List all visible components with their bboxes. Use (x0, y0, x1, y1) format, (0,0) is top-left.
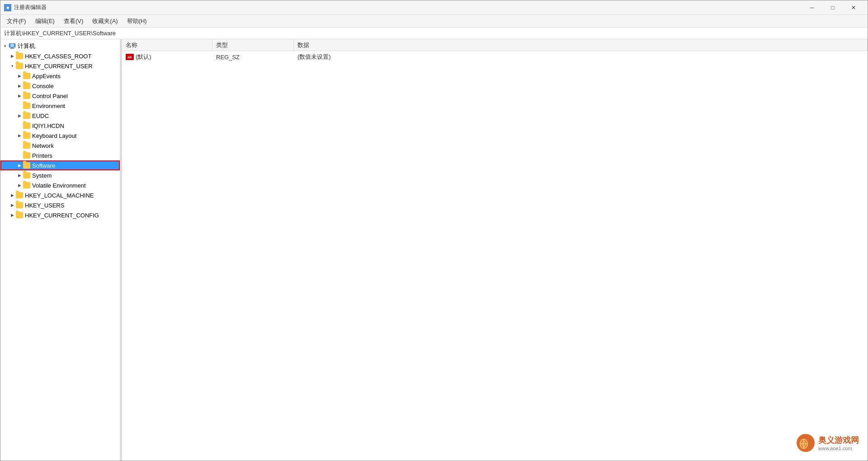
window-controls: ─ □ ✕ (802, 0, 864, 15)
computer-icon (9, 43, 16, 49)
address-bar: 计算机\HKEY_CURRENT_USER\Software (0, 28, 868, 39)
tree-item-hkey-current-user[interactable]: ▾ HKEY_CURRENT_USER (0, 61, 120, 71)
menu-favorites[interactable]: 收藏夹(A) (88, 15, 122, 27)
tree-label-computer: 计算机 (18, 42, 35, 50)
tree-label-console: Console (32, 83, 54, 89)
menu-help[interactable]: 帮助(H) (123, 15, 151, 27)
tree-panel[interactable]: ▾ 计算机 ▶ HKEY_CLASSES_ROOT (0, 39, 120, 461)
minimize-button[interactable]: ─ (802, 0, 822, 15)
tree-item-environment[interactable]: Environment (0, 101, 120, 111)
title-bar: ■ 注册表编辑器 ─ □ ✕ (0, 0, 868, 15)
tree-item-volatile-env[interactable]: ▶ Volatile Environment (0, 180, 120, 190)
expander-current-config[interactable]: ▶ (9, 210, 16, 220)
tree-label-keyboard-layout: Keyboard Layout (32, 132, 76, 139)
tree-item-console[interactable]: ▶ Console (0, 81, 120, 91)
watermark-text: 奥义游戏网 www.aoe1.com (818, 435, 859, 451)
tree-item-eudc[interactable]: ▶ EUDC (0, 111, 120, 121)
folder-icon-iqiyi (23, 122, 30, 129)
tree-label-eudc: EUDC (32, 113, 49, 119)
tree-item-system[interactable]: ▶ System (0, 170, 120, 180)
folder-icon-current-config (16, 212, 23, 218)
tree-label-current-user: HKEY_CURRENT_USER (25, 63, 93, 70)
expander-local-machine[interactable]: ▶ (9, 190, 16, 200)
tree-label-environment: Environment (32, 103, 65, 109)
folder-icon-keyboard-layout (23, 132, 30, 139)
folder-icon-volatile-env (23, 182, 30, 188)
expander-classes-root[interactable]: ▶ (9, 51, 16, 61)
maximize-button[interactable]: □ (822, 0, 843, 15)
watermark-title: 奥义游戏网 (818, 435, 859, 446)
expander-users[interactable]: ▶ (9, 200, 16, 210)
watermark-url: www.aoe1.com (818, 446, 859, 451)
folder-icon-local-machine (16, 192, 23, 198)
tree-item-computer[interactable]: ▾ 计算机 (0, 41, 120, 51)
expander-eudc[interactable]: ▶ (16, 111, 23, 121)
tree-item-hkey-classes-root[interactable]: ▶ HKEY_CLASSES_ROOT (0, 51, 120, 61)
folder-icon-software (23, 162, 30, 169)
tree-item-hkey-local-machine[interactable]: ▶ HKEY_LOCAL_MACHINE (0, 190, 120, 200)
tree-label-iqiyi: IQIYI.HCDN (32, 122, 64, 129)
expander-volatile-env[interactable]: ▶ (16, 180, 23, 190)
watermark: 奥义游戏网 www.aoe1.com (797, 434, 859, 452)
tree-label-current-config: HKEY_CURRENT_CONFIG (25, 212, 99, 219)
data-row[interactable]: ab (默认) REG_SZ (数值未设置) (122, 52, 868, 62)
expander-system[interactable]: ▶ (16, 170, 23, 180)
right-panel: 名称 类型 数据 ab (默认) REG_SZ (数值未设置) (122, 39, 868, 461)
menu-file[interactable]: 文件(F) (2, 15, 31, 27)
tree-label-network: Network (32, 142, 54, 149)
folder-icon-printers (23, 152, 30, 159)
folder-icon-eudc (23, 113, 30, 119)
svg-rect-3 (10, 48, 14, 49)
tree-item-software[interactable]: ▶ Software (0, 160, 120, 170)
close-button[interactable]: ✕ (843, 0, 864, 15)
main-content: ▾ 计算机 ▶ HKEY_CLASSES_ROOT (0, 39, 868, 461)
data-name-value: (默认) (136, 53, 151, 61)
tree-label-software: Software (32, 162, 55, 169)
expander-console[interactable]: ▶ (16, 81, 23, 91)
tree-item-control-panel[interactable]: ▶ Control Panel (0, 91, 120, 101)
watermark-logo (797, 434, 815, 452)
folder-icon-console (23, 83, 30, 89)
expander-software[interactable]: ▶ (16, 160, 23, 170)
tree-item-hkey-users[interactable]: ▶ HKEY_USERS (0, 200, 120, 210)
data-rows-container: ab (默认) REG_SZ (数值未设置) (122, 51, 868, 461)
tree-item-printers[interactable]: Printers (0, 151, 120, 160)
expander-control-panel[interactable]: ▶ (16, 91, 23, 101)
column-header-type[interactable]: 类型 (212, 39, 294, 51)
tree-label-classes-root: HKEY_CLASSES_ROOT (25, 53, 91, 60)
column-header-name[interactable]: 名称 (122, 39, 212, 51)
tree-label-volatile-env: Volatile Environment (32, 182, 86, 189)
tree-label-local-machine: HKEY_LOCAL_MACHINE (25, 192, 94, 199)
app-icon: ■ (4, 4, 11, 11)
expander-keyboard-layout[interactable]: ▶ (16, 131, 23, 141)
svg-rect-1 (10, 44, 14, 47)
tree-item-keyboard-layout[interactable]: ▶ Keyboard Layout (0, 131, 120, 141)
folder-icon-network (23, 142, 30, 149)
folder-icon-classes-root (16, 53, 23, 59)
folder-icon-environment (23, 103, 30, 109)
menu-edit[interactable]: 编辑(E) (31, 15, 59, 27)
tree-item-hkey-current-config[interactable]: ▶ HKEY_CURRENT_CONFIG (0, 210, 120, 220)
data-cell-name: ab (默认) (122, 53, 212, 61)
folder-icon-users (16, 202, 23, 208)
folder-icon-control-panel (23, 93, 30, 99)
data-cell-type: REG_SZ (212, 54, 294, 61)
column-header-data[interactable]: 数据 (294, 39, 868, 51)
tree-item-appevents[interactable]: ▶ AppEvents (0, 71, 120, 81)
window-title: 注册表编辑器 (14, 4, 47, 11)
address-path: 计算机\HKEY_CURRENT_USER\Software (4, 29, 116, 38)
svg-rect-2 (11, 47, 14, 48)
tree-label-control-panel: Control Panel (32, 93, 68, 99)
tree-item-network[interactable]: Network (0, 141, 120, 151)
column-header-row: 名称 类型 数据 (122, 39, 868, 51)
expander-appevents[interactable]: ▶ (16, 71, 23, 81)
menu-view[interactable]: 查看(V) (59, 15, 88, 27)
tree-label-users: HKEY_USERS (25, 202, 64, 209)
tree-label-system: System (32, 172, 52, 179)
folder-icon-system (23, 172, 30, 179)
expander-current-user[interactable]: ▾ (9, 61, 16, 71)
tree-item-iqiyi[interactable]: IQIYI.HCDN (0, 121, 120, 131)
menu-bar: 文件(F) 编辑(E) 查看(V) 收藏夹(A) 帮助(H) (0, 15, 868, 28)
expander-computer[interactable]: ▾ (1, 41, 9, 51)
folder-icon-current-user (16, 63, 23, 69)
